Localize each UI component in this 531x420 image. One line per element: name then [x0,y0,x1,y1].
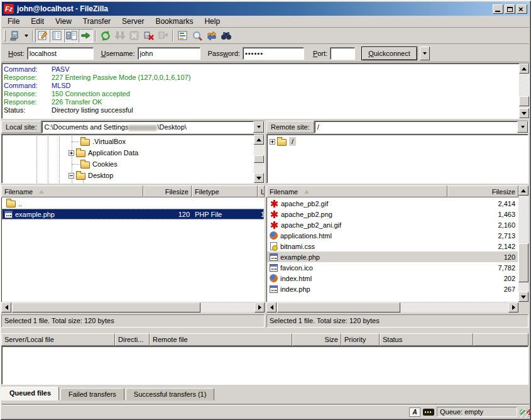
tree-item-desktop[interactable]: Desktop [68,170,113,181]
scrollbar-thumb[interactable] [519,96,529,106]
file-row[interactable]: index.php267 [267,284,518,294]
scrollbar-thumb[interactable] [12,302,200,312]
column-header-size[interactable]: Size [292,333,341,346]
toggle-transfer-queue-button[interactable] [79,29,93,43]
process-queue-button[interactable] [112,29,127,43]
username-input[interactable] [138,47,200,60]
tree-item-cookies[interactable]: Cookies [79,158,118,170]
file-row[interactable]: index.html202 [267,273,518,284]
reconnect-button[interactable] [156,29,170,43]
maximize-button[interactable] [505,4,515,14]
column-header-priority[interactable]: Priority [341,333,380,346]
site-manager-icon [9,30,21,41]
column-header-status[interactable]: Status [380,333,473,346]
column-header-filename[interactable]: Filename [266,185,447,197]
column-header-direction[interactable]: Directi... [115,333,150,346]
menu-transfer[interactable]: Transfer [77,16,116,27]
quickconnect-button[interactable]: Quickconnect [361,47,417,60]
close-button[interactable]: × [517,4,527,14]
remote-file-list[interactable]: apache_pb2.gif2,414 apache_pb2.png1,463 … [266,197,518,302]
toggle-remote-tree-button[interactable] [64,29,79,43]
local-site-combobox[interactable]: C:\Documents and Settings\Desktop\ [41,121,265,133]
scroll-down-button[interactable] [519,108,529,118]
menu-bookmarks[interactable]: Bookmarks [150,16,199,27]
resize-grip[interactable] [520,409,529,417]
disconnect-button[interactable] [141,29,156,43]
remote-list-scrollbar[interactable] [518,185,528,302]
menu-help[interactable]: Help [199,16,226,27]
local-file-list[interactable]: .. example.php 120 PHP File 1 [1,197,265,302]
file-row[interactable]: apache_pb2_ani.gif2,160 [267,219,518,230]
tab-queued-files[interactable]: Queued files [1,387,59,401]
scroll-right-button[interactable] [508,302,518,312]
menu-server[interactable]: Server [116,16,150,27]
scrollbar-thumb[interactable] [254,155,264,163]
file-row[interactable]: bitnami.css2,142 [267,241,518,251]
transfer-queue-list[interactable] [1,346,528,385]
cancel-operation-button[interactable] [127,29,141,43]
refresh-button[interactable] [98,29,112,43]
message-log[interactable]: Command:PASV Response:227 Entering Passi… [1,63,530,119]
scroll-up-button[interactable] [519,64,529,74]
directory-listing-filters-button[interactable] [175,29,190,43]
column-header-filesize[interactable]: Filesize [143,185,192,197]
scroll-right-button[interactable] [255,302,265,312]
local-site-dropdown-button[interactable] [253,121,264,133]
column-header-server-local-file[interactable]: Server/Local file [1,333,115,346]
toolbar [2,28,529,44]
toolbar-grip[interactable] [4,30,6,41]
scroll-down-button[interactable] [254,173,264,183]
file-row-parent-dir[interactable]: .. [2,198,264,209]
file-row-example-php[interactable]: example.php120 [267,251,518,262]
log-scrollbar[interactable] [519,64,529,118]
minimize-button[interactable] [493,4,503,14]
collapse-icon[interactable] [68,173,74,179]
remote-site-combobox[interactable]: / [314,121,528,133]
column-header-last-modified[interactable]: L [258,185,265,197]
find-files-button[interactable] [219,29,233,43]
column-header-remote-file[interactable]: Remote file [150,333,292,346]
file-row[interactable]: applications.html2,713 [267,230,518,241]
menu-edit[interactable]: Edit [25,16,50,27]
toggle-local-tree-button[interactable] [50,29,64,43]
title-bar[interactable]: Fz john@localhost - FileZilla × [2,2,529,16]
scroll-up-button[interactable] [518,185,528,196]
site-manager-dropdown-button[interactable] [22,29,30,43]
tree-item-virtualbox[interactable]: .VirtualBox [79,136,126,147]
expand-icon[interactable] [68,150,74,156]
password-input[interactable] [243,47,304,60]
toggle-message-log-button[interactable] [35,29,50,43]
file-row[interactable]: apache_pb2.gif2,414 [267,198,518,209]
host-input[interactable] [27,47,94,60]
synchronized-browsing-button[interactable] [204,29,219,43]
scroll-down-button[interactable] [518,292,528,302]
file-row-example-php[interactable]: example.php 120 PHP File 1 [2,209,264,219]
tree-item-root[interactable]: / [270,136,296,147]
menu-file[interactable]: File [2,16,25,27]
quickconnect-dropdown-button[interactable] [420,47,430,60]
remote-horizontal-scrollbar[interactable] [266,302,518,312]
local-directory-tree[interactable]: .VirtualBox Application Data Cookies Des… [1,134,265,184]
column-header-filename[interactable]: Filename [1,185,143,197]
menu-view[interactable]: View [50,16,77,27]
directory-comparison-button[interactable] [190,29,204,43]
remote-site-dropdown-button[interactable] [517,121,528,133]
scroll-left-button[interactable] [1,302,11,312]
local-tree-scrollbar[interactable] [254,135,264,183]
expand-icon[interactable] [270,139,275,145]
remote-directory-tree[interactable]: / [266,134,528,184]
file-row[interactable]: favicon.ico7,782 [267,262,518,273]
scrollbar-thumb[interactable] [518,243,528,282]
tab-failed-transfers[interactable]: Failed transfers [60,388,124,401]
scrollbar-thumb[interactable] [277,302,400,312]
site-manager-button[interactable] [8,29,22,43]
local-horizontal-scrollbar[interactable] [1,302,265,312]
scroll-left-button[interactable] [266,302,276,312]
column-header-filesize[interactable]: Filesize [447,185,518,197]
port-input[interactable] [330,47,355,60]
column-header-filetype[interactable]: Filetype [192,185,258,197]
tree-item-application-data[interactable]: Application Data [68,147,138,158]
scroll-up-button[interactable] [254,135,264,145]
file-row[interactable]: apache_pb2.png1,463 [267,209,518,219]
tab-successful-transfers[interactable]: Successful transfers (1) [126,388,215,401]
